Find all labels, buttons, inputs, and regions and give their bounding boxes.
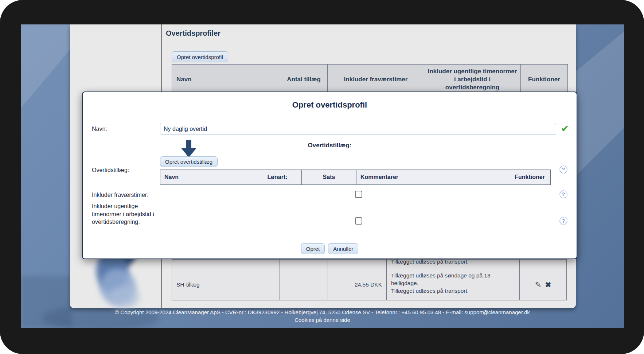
table-cell-funktioner: ✎ ✖ [520,269,566,300]
delete-icon[interactable]: ✖ [545,280,551,289]
navn-field-label: Navn: [92,126,107,132]
inkluder-ugentlige-checkbox[interactable] [355,217,362,225]
create-overtime-profile-button[interactable]: Opret overtidsprofil [172,51,228,62]
help-question-icon[interactable]: ? [559,166,567,174]
column-header-funktioner: Funktioner [521,65,567,94]
table-cell [328,260,387,269]
inkluder-fravaerstimer-label: Inkluder fraværstimer: [92,192,149,198]
footer-copyright: © Copyright 2009-2024 CleanManager ApS -… [21,309,624,315]
valid-check-icon: ✔ [561,123,569,135]
edit-icon[interactable]: ✎ [535,280,542,289]
overtime-supplements-rows: Tillægget udløses på transport. SH-tillæ… [172,259,567,300]
submit-opret-button[interactable]: Opret [301,243,325,254]
overtidstillaeg-section-heading: Overtidstillæg: [83,142,577,149]
screenshot-canvas: Overtidsprofiler Opret overtidsprofil Na… [0,0,644,354]
help-question-icon[interactable]: ? [559,217,567,225]
table-cell-kommentarer: Tillægget udløses på søndage og på 13 he… [387,269,520,300]
table-cell-lonart [280,269,328,300]
wallpaper-shape [21,24,70,108]
table-cell [280,260,328,269]
column-header-funktioner: Funktioner [509,170,550,184]
column-header-antal-tillaeg: Antal tillæg [280,65,328,94]
navn-input[interactable] [160,123,556,135]
footer-cookies-link[interactable]: Cookies på denne side [21,317,624,323]
modal-title: Opret overtidsprofil [83,100,577,110]
column-header-lonart: Lønart: [253,170,302,184]
column-header-inkluder-ugentlige: Inkluder ugentlige timenormer i arbejdst… [424,65,521,94]
table-cell-sats: 24,55 DKK [328,269,387,300]
column-header-navn: Navn [160,170,253,184]
column-header-kommentarer: Kommentarer [356,170,509,184]
inkluder-ugentlige-label: Inkluder ugentlige timenormer i arbejdst… [92,202,163,226]
overtime-profiles-table-header: Navn Antal tillæg Inkluder fraværstimer … [172,64,568,95]
table-cell-comment-clipped: Tillægget udløses på transport. [387,260,520,269]
column-header-inkluder-fravaerstimer: Inkluder fraværstimer [328,65,424,94]
inkluder-fravaerstimer-checkbox[interactable] [355,191,362,198]
create-overtime-profile-modal: Opret overtidsprofil Navn: ✔ Overtidstil… [82,92,577,259]
wallpaper-shape [574,32,624,178]
table-cell [520,260,566,269]
column-header-navn: Navn [172,65,280,94]
column-header-sats: Sats [302,170,356,184]
page-title: Overtidsprofiler [166,29,220,38]
help-question-icon[interactable]: ? [559,190,567,198]
modal-actions: Opret Annuller [83,243,577,254]
overtime-supplements-table-header: Navn Lønart: Sats Kommentarer Funktioner [160,170,551,185]
table-cell [172,260,280,269]
cancel-annuller-button[interactable]: Annuller [328,243,358,254]
table-cell-navn: SH-tillæg [172,269,280,300]
overtidstillaeg-row-label: Overtidstillæg: [92,167,129,174]
create-overtime-supplement-button[interactable]: Opret overtidstillæg [160,156,218,167]
